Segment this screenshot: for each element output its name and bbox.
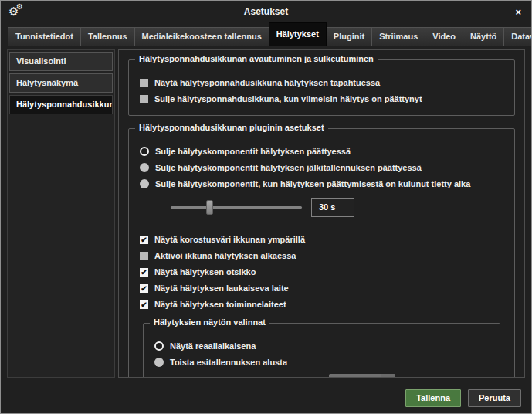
content-area: Visualisointi Hälytysnäkymä Hälytysponna…	[1, 46, 531, 382]
radio-icon[interactable]	[140, 179, 149, 188]
tab-halytykset[interactable]: Hälytykset	[269, 22, 327, 46]
dropdown-value: 1 sekuntia	[329, 377, 381, 378]
title-bar: ⚙ ⚙ Asetukset ×	[1, 1, 531, 22]
radio-show-realtime[interactable]: Näytä reaaliaikaisena	[154, 341, 489, 351]
pre-alarm-time-dropdown[interactable]: 1 sekuntia ▼	[329, 374, 396, 378]
group-popup-plugin-settings: Hälytysponnahdusikkunan pluginin asetuks…	[128, 128, 515, 378]
tab-video[interactable]: Video	[425, 27, 463, 46]
radio-icon[interactable]	[154, 341, 164, 351]
checkbox-show-highlight-color[interactable]: ✔ Näytä korostusväri ikkunan ympärillä	[140, 235, 503, 244]
checkbox-icon[interactable]: ✔	[140, 95, 148, 104]
group-alarm-display-options: Hälytyksien näytön valinnat Näytä reaali…	[143, 323, 500, 378]
radio-close-components-after-post-recording[interactable]: Sulje hälytyskomponentit hälytyksen jälk…	[140, 163, 503, 172]
checkbox-icon[interactable]: ✔	[140, 284, 148, 293]
radio-close-components-on-alarm-end[interactable]: Sulje hälytyskomponentit hälytyksen päät…	[140, 147, 503, 156]
group-title: Hälytysponnahdusikkunan avautuminen ja s…	[135, 54, 378, 63]
sidebar-item-halytysnakyma[interactable]: Hälytysnäkymä	[9, 73, 113, 93]
dialog-title: Asetukset	[1, 6, 531, 17]
checkbox-show-popup-on-alarm[interactable]: ✔ Näytä hälytysponnahdusikkuna hälytykse…	[140, 78, 503, 87]
slider-handle[interactable]	[206, 200, 213, 215]
main-panel: Hälytysponnahdusikkunan avautuminen ja s…	[118, 49, 525, 378]
radio-play-from-time-before-alarm[interactable]: Toista tietystä ajasta ennen hälytystä 1…	[154, 374, 489, 378]
group-popup-open-close: Hälytysponnahdusikkunan avautuminen ja s…	[128, 59, 515, 116]
radio-icon[interactable]	[154, 358, 164, 367]
group-title: Hälytysponnahdusikkunan pluginin asetuks…	[135, 123, 328, 132]
save-button[interactable]: Tallenna	[405, 389, 461, 407]
tab-naytto[interactable]: Näyttö	[463, 27, 504, 46]
radio-close-components-after-time[interactable]: Sulje hälytyskomponentit, kun hälytyksen…	[140, 179, 503, 188]
checkbox-show-triggering-device[interactable]: ✔ Näytä hälytyksen laukaiseva laite	[140, 283, 503, 293]
group-title: Hälytyksien näytön valinnat	[150, 317, 269, 327]
cancel-button[interactable]: Peruuta	[468, 389, 521, 407]
close-delay-value[interactable]: 30 s	[311, 198, 354, 217]
tab-striimaus[interactable]: Striimaus	[372, 27, 425, 46]
sidebar: Visualisointi Hälytysnäkymä Hälytysponna…	[7, 49, 115, 378]
tab-datavalimuisti[interactable]: Datavälimuisti	[504, 27, 532, 46]
radio-icon[interactable]	[140, 147, 149, 156]
close-delay-slider-row: 30 s	[171, 195, 505, 219]
checkbox-activate-window-on-alarm-start[interactable]: ✔ Aktivoi ikkuna hälytyksen alkaessa	[140, 251, 503, 260]
tab-bar: Tunnistetiedot Tallennus Medialeikekoost…	[1, 22, 531, 46]
radio-play-from-pre-recording-start[interactable]: Toista esitallennuksen alusta	[154, 358, 489, 367]
tab-medialeikekoosteen-tallennus[interactable]: Medialeikekoosteen tallennus	[135, 27, 269, 46]
close-icon[interactable]: ×	[513, 5, 524, 19]
close-delay-slider[interactable]	[171, 206, 302, 209]
checkbox-close-popup-after-last-alarm[interactable]: ✔ Sulje hälytysponnahdusikkuna, kun viim…	[140, 94, 503, 104]
tab-pluginit[interactable]: Pluginit	[327, 27, 372, 46]
checkbox-icon[interactable]: ✔	[140, 268, 148, 277]
tab-tunnistetiedot[interactable]: Tunnistetiedot	[8, 27, 81, 46]
checkbox-icon[interactable]: ✔	[140, 79, 148, 87]
checkbox-icon[interactable]: ✔	[140, 300, 148, 309]
gear-icon: ⚙ ⚙	[8, 4, 25, 19]
chevron-down-icon[interactable]: ▼	[381, 374, 395, 378]
radio-icon[interactable]	[140, 163, 149, 172]
checkbox-icon[interactable]: ✔	[140, 236, 148, 244]
sidebar-item-halytysponnahdusikkuna[interactable]: Hälytysponnahdusikkuna	[9, 95, 113, 114]
radio-icon[interactable]	[154, 377, 164, 378]
sidebar-item-visualisointi[interactable]: Visualisointi	[9, 52, 113, 71]
checkbox-show-alarm-title[interactable]: ✔ Näytä hälytyksen otsikko	[140, 267, 503, 277]
checkbox-icon[interactable]: ✔	[140, 252, 148, 260]
checkbox-show-action-devices[interactable]: ✔ Näytä hälytyksen toiminnelaiteet	[140, 300, 503, 309]
tab-tallennus[interactable]: Tallennus	[81, 27, 135, 46]
settings-dialog: ⚙ ⚙ Asetukset × Tunnistetiedot Tallennus…	[0, 0, 532, 414]
footer-bar: Tallenna Peruuta	[1, 382, 531, 413]
